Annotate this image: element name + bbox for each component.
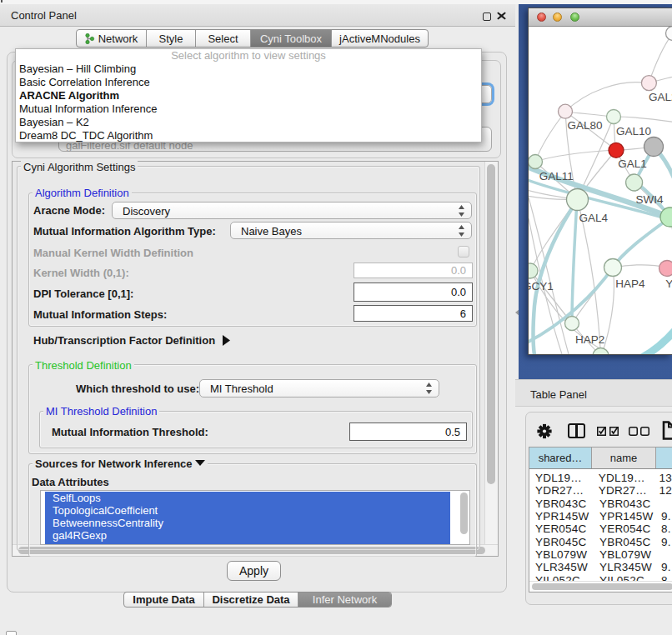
svg-text:GAL4: GAL4: [579, 212, 609, 224]
svg-text:GAL2: GAL2: [649, 91, 672, 103]
svg-text:SWI4: SWI4: [635, 193, 663, 206]
svg-text:GCY1: GCY1: [529, 280, 554, 292]
svg-text:GAL10: GAL10: [616, 125, 651, 138]
svg-text:GAL1: GAL1: [618, 158, 647, 170]
svg-text:GAL11: GAL11: [539, 170, 574, 182]
svg-text:YJL: YJL: [665, 278, 672, 290]
svg-text:GAL80: GAL80: [567, 119, 602, 132]
svg-text:HAP4: HAP4: [615, 278, 645, 290]
svg-text:HAP2: HAP2: [575, 333, 604, 346]
